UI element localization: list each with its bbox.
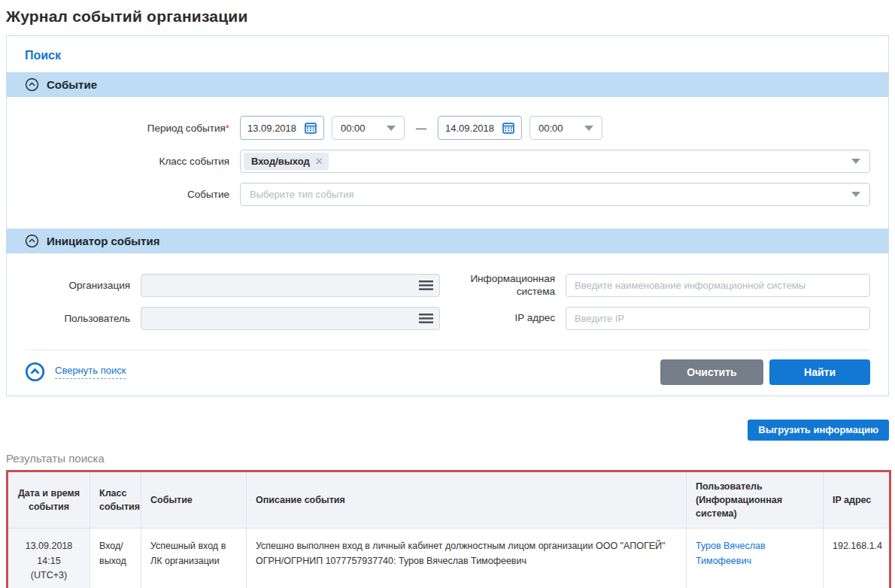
remove-tag-icon[interactable]: ✕ bbox=[315, 156, 323, 167]
cell-datetime: 13.09.2018 14:15 (UTC+3) bbox=[8, 529, 90, 588]
clear-button[interactable]: Очистить bbox=[660, 359, 763, 385]
time-from-value: 00:00 bbox=[341, 123, 366, 134]
triangle-down-icon bbox=[851, 159, 860, 164]
user-lookup-field[interactable] bbox=[141, 307, 440, 330]
event-class-tag: Вход/выход ✕ bbox=[244, 153, 329, 170]
hamburger-list-icon[interactable] bbox=[419, 280, 433, 290]
calendar-icon[interactable] bbox=[502, 122, 514, 134]
time-to-value: 00:00 bbox=[539, 123, 563, 134]
event-class-label: Класс события bbox=[25, 156, 229, 167]
cell-event: Успешный вход в ЛК организации bbox=[141, 529, 247, 588]
event-type-row: Событие Выберите тип события bbox=[25, 183, 870, 206]
cell-ip: 192.168.1.4 bbox=[824, 529, 890, 588]
user-link[interactable]: Туров Вячеслав Тимофеевич bbox=[696, 541, 766, 565]
time-to-select[interactable]: 00:00 bbox=[529, 116, 602, 140]
chevron-up-circle-blue-icon[interactable] bbox=[25, 362, 45, 382]
ip-input[interactable] bbox=[566, 307, 870, 330]
event-class-row: Класс события Вход/выход ✕ bbox=[25, 150, 870, 173]
col-header-user: Пользователь (Информационная система) bbox=[687, 471, 824, 528]
cell-description: Успешно выполнен вход в личный кабинет д… bbox=[247, 529, 687, 588]
triangle-down-icon bbox=[387, 126, 396, 131]
triangle-down-icon bbox=[851, 192, 860, 197]
col-header-description: Описание события bbox=[247, 471, 687, 528]
event-type-label: Событие bbox=[25, 189, 229, 200]
search-panel: Поиск Событие Период события* 13.09.2018 bbox=[6, 35, 889, 396]
cell-user: Туров Вячеслав Тимофеевич bbox=[687, 529, 824, 588]
search-buttons: Очистить Найти bbox=[660, 359, 870, 385]
collapse-search-control[interactable]: Свернуть поиск bbox=[25, 362, 126, 382]
triangle-down-icon bbox=[584, 126, 593, 131]
date-from-input[interactable]: 13.09.2018 bbox=[240, 116, 324, 140]
results-table: Дата и время события Класс события Событ… bbox=[6, 470, 891, 588]
event-type-placeholder: Выберите тип события bbox=[244, 189, 353, 200]
event-class-select[interactable]: Вход/выход ✕ bbox=[240, 150, 870, 173]
hamburger-list-icon[interactable] bbox=[419, 314, 433, 323]
cell-event-class: Вход/ выход bbox=[90, 529, 141, 588]
date-from-value: 13.09.2018 bbox=[247, 123, 296, 134]
search-panel-title: Поиск bbox=[7, 36, 888, 72]
event-type-select[interactable]: Выберите тип события bbox=[240, 183, 870, 206]
export-row: Выгрузить информацию bbox=[6, 420, 889, 441]
event-section-header[interactable]: Событие bbox=[7, 72, 888, 97]
col-header-datetime: Дата и время события bbox=[8, 471, 90, 528]
export-info-button[interactable]: Выгрузить информацию bbox=[748, 420, 889, 441]
info-system-input[interactable] bbox=[566, 274, 870, 297]
date-to-input[interactable]: 14.09.2018 bbox=[438, 116, 522, 140]
ip-label: IP адрес bbox=[441, 312, 555, 325]
chevron-up-circle-icon bbox=[25, 77, 39, 92]
results-header-row: Дата и время события Класс события Событ… bbox=[8, 471, 890, 528]
results-title: Результаты поиска bbox=[6, 452, 889, 465]
page-title: Журнал событий организации bbox=[6, 8, 889, 26]
info-system-label: Информационная система bbox=[441, 273, 555, 299]
initiator-row-1: Организация Информационная система bbox=[25, 273, 870, 299]
initiator-form: Организация Информационная система Польз… bbox=[7, 253, 888, 350]
period-separator: — bbox=[416, 122, 426, 134]
organization-lookup-field[interactable] bbox=[141, 274, 440, 297]
event-form: Период события* 13.09.2018 00:00 — bbox=[7, 97, 888, 229]
initiator-row-2: Пользователь IP адрес bbox=[25, 307, 870, 330]
col-header-event-class: Класс события bbox=[90, 471, 141, 528]
user-label: Пользователь bbox=[25, 313, 130, 324]
collapse-search-link[interactable]: Свернуть поиск bbox=[55, 365, 126, 379]
event-section-title: Событие bbox=[47, 78, 97, 91]
chevron-up-circle-icon bbox=[25, 234, 39, 248]
col-header-ip: IP адрес bbox=[824, 471, 890, 528]
table-row: 13.09.2018 14:15 (UTC+3) Вход/ выход Усп… bbox=[8, 529, 890, 588]
calendar-icon[interactable] bbox=[305, 122, 317, 134]
period-row: Период события* 13.09.2018 00:00 — bbox=[25, 116, 870, 140]
event-class-tag-label: Вход/выход bbox=[251, 156, 310, 167]
initiator-section-header[interactable]: Инициатор события bbox=[7, 229, 888, 253]
organization-label: Организация bbox=[25, 280, 130, 291]
initiator-section-title: Инициатор события bbox=[47, 235, 159, 247]
search-panel-footer: Свернуть поиск Очистить Найти bbox=[25, 350, 870, 396]
date-to-value: 14.09.2018 bbox=[445, 123, 494, 134]
time-from-select[interactable]: 00:00 bbox=[332, 116, 405, 140]
find-button[interactable]: Найти bbox=[769, 359, 870, 385]
period-label: Период события* bbox=[25, 123, 229, 134]
required-asterisk: * bbox=[226, 123, 229, 134]
col-header-event: Событие bbox=[141, 471, 247, 528]
